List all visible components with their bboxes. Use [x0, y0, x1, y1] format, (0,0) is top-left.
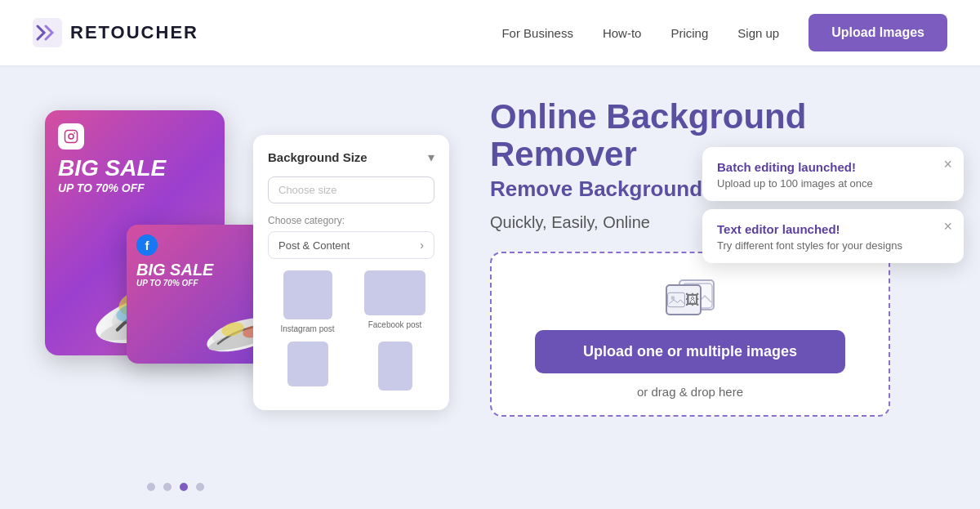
- upload-icon-front: [666, 284, 702, 315]
- panel-title: Background Size: [268, 150, 368, 164]
- nav-pricing[interactable]: Pricing: [670, 26, 708, 40]
- logo-text: RETOUCHER: [70, 22, 198, 43]
- toast-batch: Batch editing launched! Upload up to 100…: [702, 147, 964, 201]
- choose-size-field[interactable]: Choose size: [268, 176, 434, 203]
- background-size-panel: Background Size ▾ Choose size Choose cat…: [253, 135, 449, 410]
- hero-right: Online Background Remover Remove Backgro…: [474, 65, 980, 509]
- dot-0[interactable]: [147, 483, 155, 491]
- dot-1[interactable]: [163, 483, 172, 491]
- toast-text: Text editor launched! Try different font…: [702, 209, 964, 263]
- navbar: RETOUCHER For Business How-to Pricing Si…: [0, 0, 980, 65]
- nav-links: For Business How-to Pricing Sign up Uplo…: [501, 14, 947, 51]
- chevron-right-icon: ›: [420, 239, 424, 252]
- svg-point-2: [69, 134, 74, 139]
- instagram-label: Instagram post: [280, 324, 334, 333]
- drag-drop-text: or drag & drop here: [637, 385, 743, 399]
- hero-left: BIG SALE UP TO 70% OFF: [0, 65, 474, 509]
- grid-item-instagram[interactable]: Instagram post: [268, 270, 347, 333]
- image-icon-front: [667, 287, 685, 313]
- logo[interactable]: RETOUCHER: [33, 18, 198, 47]
- svg-rect-0: [33, 18, 62, 47]
- category-selector[interactable]: Post & Content ›: [268, 231, 434, 259]
- card1-up-to: UP TO 70% OFF: [58, 181, 145, 194]
- size-grid: Instagram post Facebook post: [268, 270, 434, 395]
- chevron-down-icon: ▾: [428, 150, 434, 165]
- category-value: Post & Content: [278, 239, 350, 252]
- toast-container: Batch editing launched! Upload up to 100…: [702, 147, 964, 263]
- toast-batch-close[interactable]: ×: [943, 157, 952, 172]
- instagram-icon: [58, 123, 84, 150]
- toast-batch-body: Upload up to 100 images at once: [717, 177, 931, 190]
- upload-icon-stack: [666, 276, 715, 319]
- grid-item-3[interactable]: [268, 342, 347, 395]
- facebook-label: Facebook post: [368, 320, 422, 329]
- facebook-icon: f: [136, 234, 158, 256]
- panel-title-row: Background Size ▾: [268, 150, 434, 165]
- instagram-box: [283, 270, 332, 319]
- nav-sign-up[interactable]: Sign up: [737, 26, 779, 40]
- upload-zone[interactable]: Upload one or multiple images or drag & …: [490, 252, 890, 417]
- main-content: BIG SALE UP TO 70% OFF: [0, 65, 980, 509]
- facebook-box: [364, 270, 425, 315]
- toast-text-body: Try different font styles for your desig…: [717, 239, 931, 252]
- logo-icon: [33, 18, 62, 47]
- upload-main-button[interactable]: Upload one or multiple images: [535, 330, 845, 373]
- nav-for-business[interactable]: For Business: [501, 26, 573, 40]
- svg-point-3: [74, 132, 75, 134]
- svg-point-18: [671, 297, 675, 301]
- grid-box-4: [378, 342, 412, 391]
- toast-text-close[interactable]: ×: [943, 219, 952, 234]
- nav-how-to[interactable]: How-to: [603, 26, 642, 40]
- card1-big-sale: BIG SALE: [58, 156, 166, 181]
- nav-upload-button[interactable]: Upload Images: [808, 14, 947, 51]
- grid-item-4[interactable]: [355, 342, 434, 395]
- carousel-dots: [147, 483, 204, 491]
- grid-item-facebook[interactable]: Facebook post: [355, 270, 434, 333]
- toast-text-title: Text editor launched!: [717, 222, 931, 236]
- grid-box-3: [287, 342, 328, 386]
- svg-rect-17: [668, 293, 685, 307]
- dot-2[interactable]: [180, 483, 188, 491]
- category-label: Choose category:: [268, 215, 434, 226]
- toast-batch-title: Batch editing launched!: [717, 160, 931, 174]
- dot-3[interactable]: [196, 483, 204, 491]
- svg-rect-1: [65, 131, 78, 143]
